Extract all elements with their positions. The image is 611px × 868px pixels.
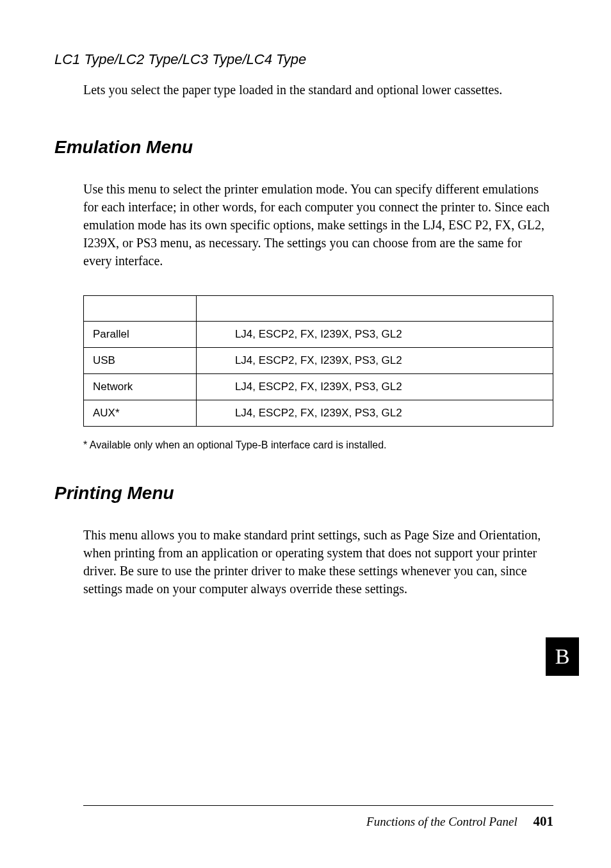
subsection-heading: LC1 Type/LC2 Type/LC3 Type/LC4 Type <box>54 51 553 68</box>
footnote: * Available only when an optional Type-B… <box>83 439 553 451</box>
table-row: AUX* LJ4, ESCP2, FX, I239X, PS3, GL2 <box>84 400 553 427</box>
row-label: USB <box>84 348 197 374</box>
emulation-body: Use this menu to select the printer emul… <box>83 180 553 270</box>
table-row: Parallel LJ4, ESCP2, FX, I239X, PS3, GL2 <box>84 322 553 348</box>
table-row: Network LJ4, ESCP2, FX, I239X, PS3, GL2 <box>84 374 553 400</box>
row-label: AUX* <box>84 400 197 427</box>
section-tab: B <box>546 637 579 676</box>
row-label: Network <box>84 374 197 400</box>
emulation-heading: Emulation Menu <box>54 137 553 158</box>
table-header-row <box>84 296 553 322</box>
table-header-cell <box>84 296 197 322</box>
row-value: LJ4, ESCP2, FX, I239X, PS3, GL2 <box>196 322 553 348</box>
page-footer: Functions of the Control Panel 401 <box>83 805 553 830</box>
table-header-cell <box>196 296 553 322</box>
subsection-body: Lets you select the paper type loaded in… <box>83 81 553 99</box>
footer-title: Functions of the Control Panel <box>366 815 517 828</box>
row-value: LJ4, ESCP2, FX, I239X, PS3, GL2 <box>196 374 553 400</box>
printing-body: This menu allows you to make standard pr… <box>83 526 553 598</box>
printing-heading: Printing Menu <box>54 483 553 504</box>
emulation-table: Parallel LJ4, ESCP2, FX, I239X, PS3, GL2… <box>83 295 553 427</box>
row-label: Parallel <box>84 322 197 348</box>
row-value: LJ4, ESCP2, FX, I239X, PS3, GL2 <box>196 400 553 427</box>
row-value: LJ4, ESCP2, FX, I239X, PS3, GL2 <box>196 348 553 374</box>
table-row: USB LJ4, ESCP2, FX, I239X, PS3, GL2 <box>84 348 553 374</box>
page-number: 401 <box>534 814 554 829</box>
